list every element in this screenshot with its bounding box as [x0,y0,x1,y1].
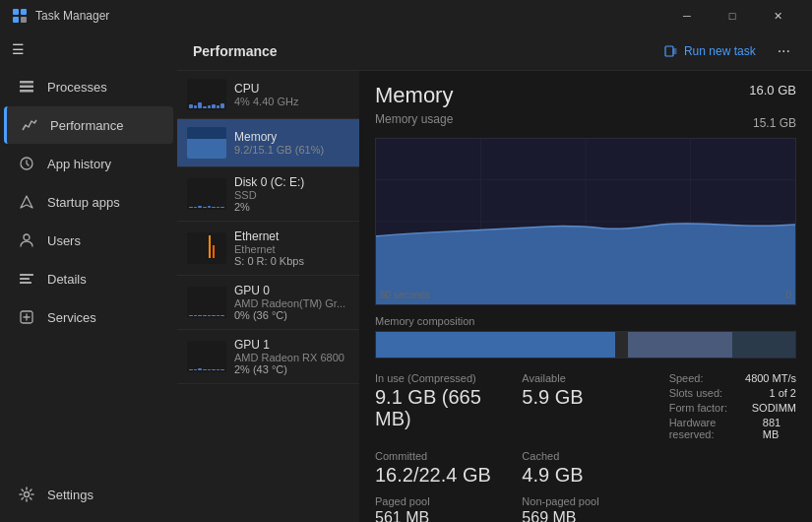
stat-non-paged-pool-value: 569 MB [522,509,649,522]
gpu0-usage: 0% (36 °C) [234,309,349,321]
ethernet-name: Ethernet [234,229,349,243]
cpu-thumbnail [187,79,226,110]
sidebar-item-settings[interactable]: Settings [4,476,173,513]
composition-label: Memory composition [375,315,796,327]
content-title: Performance [193,43,278,59]
sidebar-item-app-history[interactable]: App history [4,145,173,182]
ethernet-sub: Ethernet [234,243,349,255]
disk-thumbnail [187,178,226,210]
sidebar-item-processes-label: Processes [47,80,107,95]
svg-rect-9 [20,274,33,276]
details-icon [18,270,35,288]
cpu-name: CPU [234,82,349,96]
sidebar-item-settings-label: Settings [47,488,94,502]
processes-icon [18,78,35,96]
memory-name: Memory [234,130,349,144]
svg-rect-3 [21,17,27,23]
stat-cached-value: 4.9 GB [522,464,649,486]
stat-paged-pool-value: 561 MB [375,509,502,522]
sidebar-item-startup-apps-label: Startup apps [47,195,120,210]
sidebar-item-services[interactable]: Services [4,298,173,336]
maximize-button[interactable]: □ [710,0,755,32]
stat-available-label: Available [522,372,649,384]
comp-in-use [376,332,615,358]
cpu-sub: 4% 4.40 GHz [234,96,349,107]
header-actions: Run new task ··· [656,38,796,64]
run-new-task-button[interactable]: Run new task [656,40,764,62]
disk-info: Disk 0 (C: E:) SSD 2% [234,175,349,213]
minimize-button[interactable]: ─ [664,0,710,32]
svg-point-13 [25,492,30,497]
svg-rect-0 [13,9,19,15]
stat-available-value: 5.9 GB [522,386,649,408]
stat-cached-label: Cached [522,450,649,462]
svg-rect-5 [20,86,33,89]
users-icon [18,231,35,249]
main-layout: ☰ Processes Performance App history Star… [0,32,812,522]
sidebar-header: ☰ [0,32,177,67]
sidebar-item-app-history-label: App history [47,157,111,171]
stat-paged-pool-label: Paged pool [375,495,502,507]
stat-available: Available 5.9 GB [522,372,649,440]
performance-icon [21,116,38,134]
gpu0-sub: AMD Radeon(TM) Gr... [234,297,349,309]
content-area: Performance Run new task ··· [177,32,812,522]
comp-free [732,332,795,358]
svg-rect-4 [20,81,33,84]
spec-slots-label: Slots used: [669,387,722,399]
gpu0-thumbnail [187,287,226,318]
gpu1-thumbnail [187,341,226,372]
svg-rect-6 [20,90,33,93]
comp-modified [615,332,628,358]
panel-header: Memory 16.0 GB [375,83,796,108]
device-item-ethernet[interactable]: Ethernet Ethernet S: 0 R: 0 Kbps [177,222,359,276]
gpu1-usage: 2% (43 °C) [234,363,349,375]
stats-grid: In use (Compressed) 9.1 GB (665 MB) Avai… [375,372,796,522]
gpu1-info: GPU 1 AMD Radeon RX 6800 2% (43 °C) [234,338,349,375]
gpu0-info: GPU 0 AMD Radeon(TM) Gr... 0% (36 °C) [234,284,349,321]
composition-bar [375,331,796,359]
sidebar-item-users[interactable]: Users [4,222,173,259]
ethernet-info: Ethernet Ethernet S: 0 R: 0 Kbps [234,229,349,267]
svg-rect-14 [665,46,673,56]
memory-info: Memory 9.2/15.1 GB (61%) [234,130,349,156]
disk-usage: 2% [234,201,349,213]
stat-committed-value: 16.2/22.4 GB [375,464,502,486]
device-list: CPU 4% 4.40 GHz Memory 9.2/15.1 GB (61%) [177,71,359,522]
sidebar: ☰ Processes Performance App history Star… [0,32,177,522]
memory-sub: 9.2/15.1 GB (61%) [234,144,349,156]
comp-standby [628,332,733,358]
memory-graph: 60 seconds 0 [375,138,796,305]
panel-title: Memory [375,83,453,108]
device-item-disk0[interactable]: Disk 0 (C: E:) SSD 2% [177,167,359,222]
stat-in-use: In use (Compressed) 9.1 GB (665 MB) [375,372,502,440]
spec-form-label: Form factor: [669,402,727,414]
gpu1-sub: AMD Radeon RX 6800 [234,352,349,363]
graph-label-0: 0 [785,290,791,300]
more-options-button[interactable]: ··· [772,38,796,64]
spec-hwres-value: 881 MB [763,417,796,440]
window-controls: ─ □ ✕ [664,0,800,32]
ethernet-thumbnail [187,232,226,264]
sidebar-item-startup-apps[interactable]: Startup apps [4,183,173,221]
stat-non-paged-pool: Non-paged pool 569 MB [522,495,649,522]
content-header: Performance Run new task ··· [177,32,812,71]
disk-sub: SSD [234,189,349,201]
cpu-info: CPU 4% 4.40 GHz [234,82,349,107]
device-item-cpu[interactable]: CPU 4% 4.40 GHz [177,71,359,119]
device-item-gpu0[interactable]: GPU 0 AMD Radeon(TM) Gr... 0% (36 °C) [177,276,359,330]
sidebar-item-performance[interactable]: Performance [4,106,173,144]
device-item-gpu1[interactable]: GPU 1 AMD Radeon RX 6800 2% (43 °C) [177,330,359,384]
stat-cached: Cached 4.9 GB [522,450,649,486]
sidebar-item-processes[interactable]: Processes [4,68,173,105]
close-button[interactable]: ✕ [755,0,800,32]
app-icon [12,8,28,24]
content-body: CPU 4% 4.40 GHz Memory 9.2/15.1 GB (61%) [177,71,812,522]
spec-hwres-label: Hardware reserved: [669,417,755,440]
spec-form-value: SODIMM [752,402,796,414]
sidebar-item-details[interactable]: Details [4,260,173,297]
spec-speed-value: 4800 MT/s [745,372,796,384]
device-item-memory[interactable]: Memory 9.2/15.1 GB (61%) [177,119,359,167]
settings-icon [18,486,35,503]
hamburger-icon[interactable]: ☰ [12,41,25,57]
